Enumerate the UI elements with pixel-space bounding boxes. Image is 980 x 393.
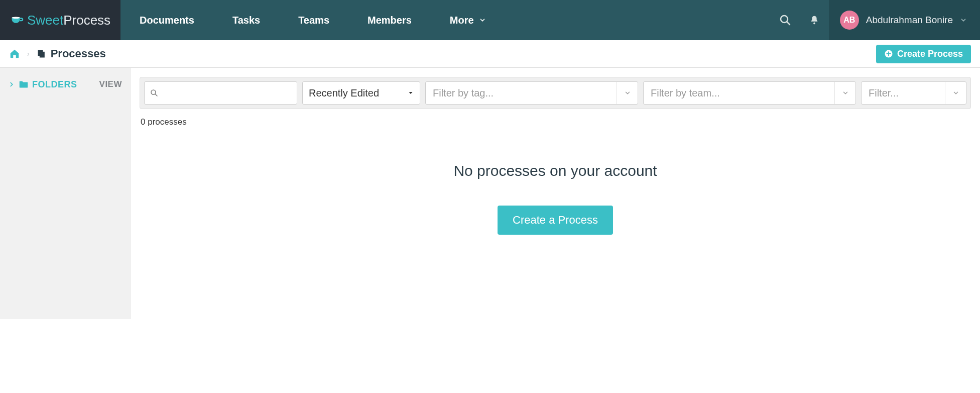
- brand-cup-icon: [10, 13, 24, 27]
- svg-line-2: [787, 22, 790, 25]
- chevron-down-icon: [945, 82, 966, 104]
- top-nav: SweetProcess Documents Tasks Teams Membe…: [0, 0, 980, 40]
- chevron-down-icon: [479, 17, 486, 24]
- svg-point-7: [151, 90, 156, 94]
- nav-teams[interactable]: Teams: [279, 0, 348, 40]
- filter-bar: Recently Edited Filter by tag... Filter …: [140, 77, 971, 109]
- create-process-label: Create Process: [897, 49, 963, 59]
- filter-generic-select[interactable]: Filter...: [861, 81, 966, 105]
- avatar: AB: [840, 11, 859, 30]
- filter-generic-placeholder: Filter...: [862, 87, 945, 99]
- user-menu[interactable]: AB Abdulrahman Bonire: [829, 0, 980, 40]
- bell-icon[interactable]: [800, 0, 829, 40]
- search-icon: [150, 88, 159, 97]
- nav-more[interactable]: More: [431, 0, 505, 40]
- view-link[interactable]: VIEW: [99, 79, 122, 89]
- sort-select[interactable]: Recently Edited: [302, 81, 420, 105]
- processes-icon: [37, 49, 47, 59]
- nav-members[interactable]: Members: [348, 0, 431, 40]
- page-title: Processes: [51, 47, 106, 60]
- search-input-wrap[interactable]: [144, 81, 297, 105]
- chevron-down-icon: [960, 17, 967, 24]
- brand-area[interactable]: SweetProcess: [0, 0, 120, 40]
- folder-icon: [18, 79, 29, 90]
- chevron-right-icon: [8, 81, 15, 88]
- process-count: 0 processes: [141, 117, 980, 127]
- chevron-down-icon: [617, 82, 638, 104]
- home-icon[interactable]: [9, 48, 20, 59]
- primary-nav: Documents Tasks Teams Members More: [120, 0, 505, 40]
- breadcrumb-bar: › Processes Create Process: [0, 40, 980, 68]
- folders-label: FOLDERS: [32, 79, 77, 90]
- svg-line-8: [155, 94, 157, 96]
- nav-documents[interactable]: Documents: [120, 0, 213, 40]
- chevron-down-icon: [834, 82, 855, 104]
- svg-point-0: [12, 17, 20, 19]
- svg-rect-5: [40, 52, 45, 58]
- sidebar: FOLDERS VIEW: [0, 68, 131, 319]
- sort-selected-label: Recently Edited: [309, 87, 379, 99]
- search-icon[interactable]: [771, 0, 800, 40]
- folders-toggle[interactable]: FOLDERS: [8, 79, 77, 90]
- breadcrumb-separator: ›: [27, 50, 30, 58]
- filter-tag-select[interactable]: Filter by tag...: [425, 81, 638, 105]
- create-process-button[interactable]: Create Process: [876, 45, 971, 63]
- empty-state: No processes on your account Create a Pr…: [131, 162, 980, 235]
- create-a-process-button[interactable]: Create a Process: [498, 206, 613, 235]
- plus-circle-icon: [884, 49, 893, 58]
- svg-point-3: [813, 23, 815, 25]
- main-content: Recently Edited Filter by tag... Filter …: [131, 68, 980, 319]
- filter-tag-placeholder: Filter by tag...: [426, 87, 617, 99]
- filter-team-select[interactable]: Filter by team...: [643, 81, 856, 105]
- empty-state-title: No processes on your account: [131, 162, 980, 179]
- filter-team-placeholder: Filter by team...: [644, 87, 834, 99]
- nav-tasks[interactable]: Tasks: [213, 0, 279, 40]
- caret-down-icon: [408, 90, 414, 96]
- nav-more-label: More: [450, 15, 474, 26]
- brand-text-sweet: Sweet: [27, 13, 63, 28]
- search-input[interactable]: [163, 88, 292, 99]
- user-name: Abdulrahman Bonire: [866, 15, 953, 26]
- brand-text-process: Process: [63, 13, 110, 28]
